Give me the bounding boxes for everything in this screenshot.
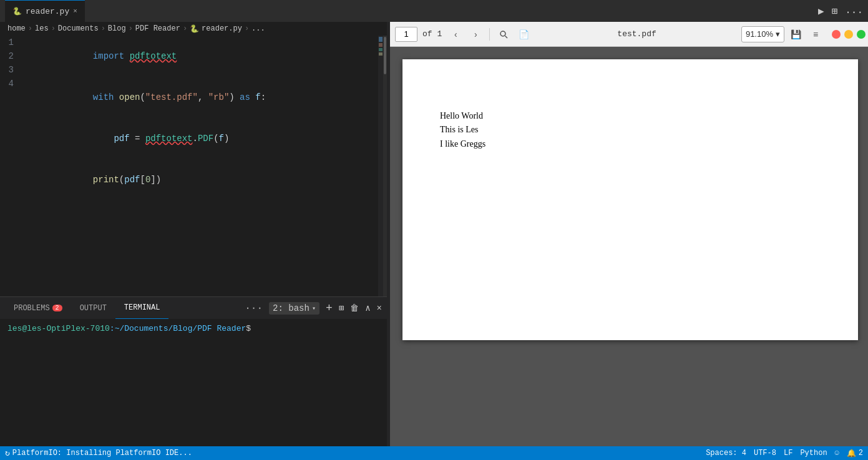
pdf-title: test.pdf: [535, 29, 739, 39]
zoom-chevron-icon: ▾: [776, 29, 780, 39]
tab-filename: reader.py: [26, 7, 69, 16]
problems-badge: 2: [52, 305, 62, 311]
pdf-line-1: Hello World: [440, 109, 485, 123]
status-spaces[interactable]: Spaces: 4: [706, 449, 746, 458]
svg-line-1: [505, 36, 508, 38]
pdf-page-total: of 1: [422, 29, 442, 39]
terminal-panel: PROBLEMS 2 OUTPUT TERMINAL ··· 2: bash ▾: [0, 296, 387, 446]
line-ending-label: LF: [784, 449, 792, 458]
status-language[interactable]: Python: [800, 449, 827, 458]
breadcrumb-les[interactable]: les: [35, 24, 49, 33]
pdf-line-2: This is Les: [440, 123, 485, 137]
maximize-panel-button[interactable]: ∧: [365, 303, 370, 313]
prompt-path: :~/Documents/Blog/PDF Reader: [110, 324, 246, 333]
spaces-label: Spaces: 4: [706, 449, 746, 458]
terminal-shell-dropdown[interactable]: 2: bash ▾: [269, 302, 319, 315]
pdf-viewer-panel: of 1 ‹ › 📄 test.pdf 91.10% ▾ 💾 ≡: [390, 22, 868, 446]
status-notifications[interactable]: 🔔 2: [847, 449, 863, 458]
status-bar: ↻ PlatformIO: Installing PlatformIO IDE.…: [0, 446, 868, 460]
terminal-content[interactable]: les@les-OptiPlex-7010:~/Documents/Blog/P…: [0, 319, 387, 446]
breadcrumb: home › les › Documents › Blog › PDF Read…: [0, 22, 387, 36]
pdf-search-button[interactable]: [495, 26, 512, 43]
more-actions-button[interactable]: ...: [845, 5, 863, 17]
python-file-icon: 🐍: [12, 7, 22, 16]
pdf-line-3: I like Greggs: [440, 137, 485, 151]
prompt-dollar: $: [246, 324, 251, 333]
language-label: Python: [800, 449, 827, 458]
status-smiley[interactable]: ☺: [835, 449, 839, 458]
left-panel: home › les › Documents › Blog › PDF Read…: [0, 22, 387, 446]
svg-point-0: [500, 31, 505, 36]
status-left: ↻ PlatformIO: Installing PlatformIO IDE.…: [5, 448, 192, 458]
split-terminal-button[interactable]: ⊞: [339, 303, 344, 313]
terminal-actions: ··· 2: bash ▾ + ⊞ 🗑 ∧ ×: [245, 302, 382, 315]
encoding-label: UTF-8: [754, 449, 776, 458]
pdf-prev-button[interactable]: ‹: [447, 26, 464, 43]
pdf-toolbar-separator: [489, 28, 490, 41]
breadcrumb-pdf-reader[interactable]: PDF Reader: [135, 24, 180, 33]
close-panel-button[interactable]: ×: [377, 303, 382, 313]
pdf-next-button[interactable]: ›: [467, 26, 484, 43]
run-button[interactable]: ▶: [818, 5, 824, 17]
notification-count: 2: [859, 449, 863, 458]
tab-bar: 🐍 reader.py × ▶ ⊞ ...: [0, 0, 868, 22]
bell-icon: 🔔: [847, 449, 856, 458]
line-numbers: 1 2 3 4: [0, 36, 25, 296]
pdf-save-button[interactable]: 💾: [787, 26, 804, 43]
breadcrumb-blog[interactable]: Blog: [108, 24, 126, 33]
terminal-tabs: PROBLEMS 2 OUTPUT TERMINAL ··· 2: bash ▾: [0, 297, 387, 319]
code-line-2: with open("test.pdf", "rb") as f:: [30, 77, 378, 118]
smiley-icon: ☺: [835, 449, 839, 458]
breadcrumb-documents[interactable]: Documents: [58, 24, 99, 33]
editor-area: home › les › Documents › Blog › PDF Read…: [0, 22, 387, 446]
code-line-1: import pdftotext: [30, 36, 378, 77]
editor-tab[interactable]: 🐍 reader.py ×: [5, 0, 85, 22]
tab-terminal[interactable]: TERMINAL: [115, 297, 169, 319]
code-line-3: pdf = pdftotext.PDF(f): [30, 118, 378, 159]
pdf-bookmark-button[interactable]: 📄: [515, 26, 532, 43]
new-terminal-button[interactable]: +: [326, 302, 333, 315]
platformio-label: PlatformIO: Installing PlatformIO IDE...: [12, 449, 192, 458]
pdf-window-close-button[interactable]: [832, 30, 841, 39]
minimap: [378, 36, 383, 296]
split-editor-button[interactable]: ⊞: [832, 5, 838, 17]
terminal-more-icon[interactable]: ···: [245, 303, 263, 314]
status-encoding[interactable]: UTF-8: [754, 449, 776, 458]
breadcrumb-home[interactable]: home: [7, 24, 26, 33]
pdf-page-input[interactable]: [395, 27, 417, 42]
status-platformio[interactable]: ↻ PlatformIO: Installing PlatformIO IDE.…: [5, 448, 192, 458]
pdf-menu-button[interactable]: ≡: [807, 26, 824, 43]
breadcrumb-file-icon: 🐍: [190, 24, 199, 34]
pdf-zoom-dropdown[interactable]: 91.10% ▾: [741, 26, 784, 42]
pdf-toolbar: of 1 ‹ › 📄 test.pdf 91.10% ▾ 💾 ≡: [390, 22, 868, 47]
pdf-content-area: Hello World This is Les I like Greggs: [390, 47, 868, 446]
status-right: Spaces: 4 UTF-8 LF Python ☺ 🔔 2: [706, 449, 863, 458]
kill-terminal-button[interactable]: 🗑: [350, 303, 359, 313]
pdf-page: Hello World This is Les I like Greggs: [402, 59, 858, 340]
code-editor[interactable]: 1 2 3 4 import pdftotext with open("test…: [0, 36, 387, 296]
tab-close-icon[interactable]: ×: [73, 7, 77, 15]
breadcrumb-more[interactable]: ...: [251, 24, 265, 33]
pdf-window-maximize-button[interactable]: [857, 30, 866, 39]
breadcrumb-filename[interactable]: reader.py: [202, 24, 242, 33]
pdf-zoom-value: 91.10%: [746, 29, 773, 39]
code-content[interactable]: import pdftotext with open("test.pdf", "…: [25, 36, 378, 296]
status-line-ending[interactable]: LF: [784, 449, 792, 458]
editor-scrollbar[interactable]: [383, 36, 387, 296]
editor-actions: ▶ ⊞ ...: [818, 5, 863, 17]
tab-problems[interactable]: PROBLEMS 2: [5, 297, 71, 319]
main-area: home › les › Documents › Blog › PDF Read…: [0, 22, 868, 446]
code-line-4: print(pdf[0]): [30, 159, 378, 200]
pdf-text-content: Hello World This is Les I like Greggs: [440, 109, 485, 151]
prompt-user: les@les-OptiPlex-7010: [7, 324, 110, 333]
chevron-down-icon: ▾: [312, 305, 316, 312]
pdf-window-controls: [832, 30, 866, 39]
pdf-window-minimize-button[interactable]: [844, 30, 853, 39]
tab-output[interactable]: OUTPUT: [71, 297, 115, 319]
sync-icon: ↻: [5, 448, 10, 458]
